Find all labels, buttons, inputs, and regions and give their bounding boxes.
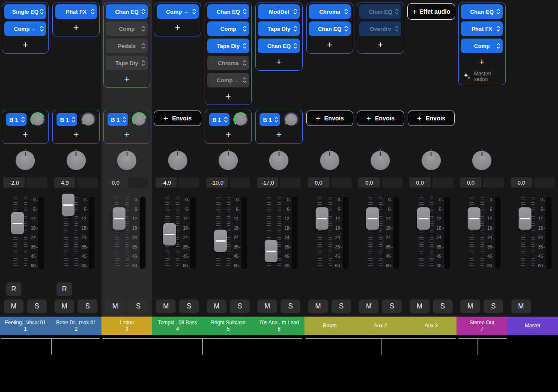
plugin-slot-button[interactable]: Comp ← — [207, 73, 249, 87]
add-plugin-button[interactable]: + — [207, 90, 249, 103]
mute-button[interactable]: M — [511, 299, 531, 313]
solo-button[interactable]: S — [230, 299, 250, 313]
add-send-button[interactable]: + — [2, 127, 48, 142]
peak-value-field[interactable] — [77, 177, 98, 188]
add-plugin-button[interactable]: + — [106, 73, 148, 86]
pan-knob[interactable] — [219, 151, 238, 170]
plugin-slot-button[interactable]: Chan EQ — [258, 39, 300, 53]
plugin-slot-button[interactable]: Comp ← — [4, 21, 46, 36]
channel-name-label[interactable]: 70s Ana...th Lead6 — [254, 317, 304, 335]
pan-knob[interactable] — [117, 151, 137, 170]
add-send-button[interactable]: + — [104, 127, 150, 142]
volume-fader-handle[interactable] — [265, 240, 278, 262]
volume-value-field[interactable]: 0,0 — [409, 177, 431, 188]
volume-fader-handle[interactable] — [316, 207, 328, 230]
mastering-button[interactable]: Masteri- sation — [459, 71, 505, 83]
plugin-slot-button[interactable]: ModDel — [258, 4, 300, 19]
mute-button[interactable]: M — [460, 299, 480, 313]
record-enable-button[interactable]: R — [6, 282, 21, 296]
channel-name-label[interactable]: Bone Dr...reak 012 — [51, 317, 101, 335]
plugin-slot-button[interactable]: Phat FX — [55, 4, 97, 19]
plugin-slot-button[interactable]: Comp — [207, 21, 249, 36]
channel-name-label[interactable]: Aux 3 — [406, 317, 457, 335]
channel-name-label[interactable]: Feeling...Vocal 011 — [0, 317, 51, 335]
channel-name-label[interactable]: Aux 2 — [355, 317, 406, 335]
mute-button[interactable]: M — [257, 299, 277, 313]
add-plugin-button[interactable]: + — [258, 56, 300, 69]
volume-value-field[interactable]: 0,0 — [511, 177, 532, 188]
volume-fader-handle[interactable] — [519, 207, 531, 230]
pan-knob[interactable] — [320, 151, 339, 170]
add-sends-button[interactable]: +Envois — [306, 111, 353, 126]
pan-knob[interactable] — [421, 151, 441, 170]
mute-button[interactable]: M — [308, 299, 328, 313]
volume-fader-handle[interactable] — [11, 212, 24, 234]
volume-fader-handle[interactable] — [163, 223, 176, 245]
add-plugin-button[interactable]: + — [157, 21, 199, 34]
plugin-slot-button[interactable]: Chan EQ — [461, 4, 503, 19]
plugin-slot-button[interactable]: Comp — [461, 39, 503, 53]
send-bus-button[interactable]: B 1 — [209, 113, 230, 126]
send-bus-button[interactable]: B 1 — [107, 113, 128, 126]
volume-value-field[interactable]: 0,0 — [105, 177, 126, 188]
volume-value-field[interactable]: 0,0 — [358, 177, 380, 188]
channel-name-label[interactable]: Master — [507, 317, 558, 335]
volume-value-field[interactable]: 4,9 — [54, 177, 75, 188]
solo-button[interactable]: S — [179, 299, 199, 313]
plugin-slot-button[interactable]: Pedals — [106, 39, 148, 53]
solo-button[interactable]: S — [433, 299, 453, 313]
peak-value-field[interactable] — [27, 177, 47, 188]
solo-button[interactable]: S — [483, 299, 503, 313]
plugin-slot-button[interactable]: Tape Dly — [207, 39, 249, 53]
peak-value-field[interactable] — [382, 177, 402, 188]
pan-knob[interactable] — [371, 151, 390, 170]
plugin-slot-button[interactable]: Chan EQ — [207, 4, 249, 19]
record-enable-button[interactable]: R — [57, 282, 72, 296]
add-sends-button[interactable]: +Envois — [357, 111, 404, 126]
channel-name-label[interactable]: Tompki...08 Bass4 — [152, 317, 203, 335]
mute-button[interactable]: M — [105, 299, 125, 313]
plugin-slot-button[interactable]: Comp ← — [157, 4, 199, 19]
volume-value-field[interactable]: -17,0 — [257, 177, 278, 188]
solo-button[interactable]: S — [280, 299, 300, 313]
add-plugin-button[interactable]: + — [309, 39, 351, 51]
solo-button[interactable]: S — [78, 299, 97, 313]
peak-value-field[interactable] — [280, 177, 301, 188]
volume-value-field[interactable]: -2,0 — [3, 177, 25, 188]
mute-button[interactable]: M — [207, 299, 227, 313]
send-level-knob[interactable] — [30, 112, 45, 127]
send-level-knob[interactable] — [132, 112, 146, 127]
send-bus-button[interactable]: B 1 — [260, 113, 280, 126]
send-level-knob[interactable] — [81, 112, 95, 127]
plugin-slot-button[interactable]: Chroma — [207, 56, 249, 70]
mute-button[interactable]: M — [4, 299, 24, 313]
volume-value-field[interactable]: 0,0 — [460, 177, 481, 188]
plugin-slot-button[interactable]: Overdrv — [359, 21, 401, 36]
solo-button[interactable]: S — [128, 299, 148, 313]
add-plugin-button[interactable]: + — [55, 21, 97, 34]
volume-fader-handle[interactable] — [214, 230, 227, 252]
plugin-slot-button[interactable]: Chan EQ — [106, 4, 148, 19]
pan-knob[interactable] — [472, 151, 492, 170]
volume-fader-handle[interactable] — [468, 207, 480, 230]
peak-value-field[interactable] — [483, 177, 504, 188]
volume-fader-handle[interactable] — [366, 207, 379, 230]
mute-button[interactable]: M — [54, 299, 74, 313]
send-bus-button[interactable]: B 1 — [57, 113, 77, 126]
plugin-slot-button[interactable]: Tape Dly — [106, 56, 148, 70]
send-bus-button[interactable]: B 1 — [6, 113, 27, 126]
channel-name-label[interactable]: Latino3 — [101, 317, 152, 335]
peak-value-field[interactable] — [128, 177, 149, 188]
add-send-button[interactable]: + — [53, 127, 99, 142]
mute-button[interactable]: M — [156, 299, 176, 313]
channel-name-label[interactable]: Room — [304, 317, 355, 335]
add-send-button[interactable]: + — [256, 127, 302, 142]
add-plugin-button[interactable]: + — [461, 56, 503, 69]
channel-name-label[interactable]: Bright Suitcase5 — [203, 317, 254, 335]
plugin-slot-button[interactable]: Single EQ — [4, 4, 46, 19]
peak-value-field[interactable] — [230, 177, 250, 188]
add-plugin-button[interactable]: + — [359, 39, 401, 51]
pan-knob[interactable] — [269, 151, 289, 170]
peak-value-field[interactable] — [179, 177, 199, 188]
peak-value-field[interactable] — [433, 177, 453, 188]
